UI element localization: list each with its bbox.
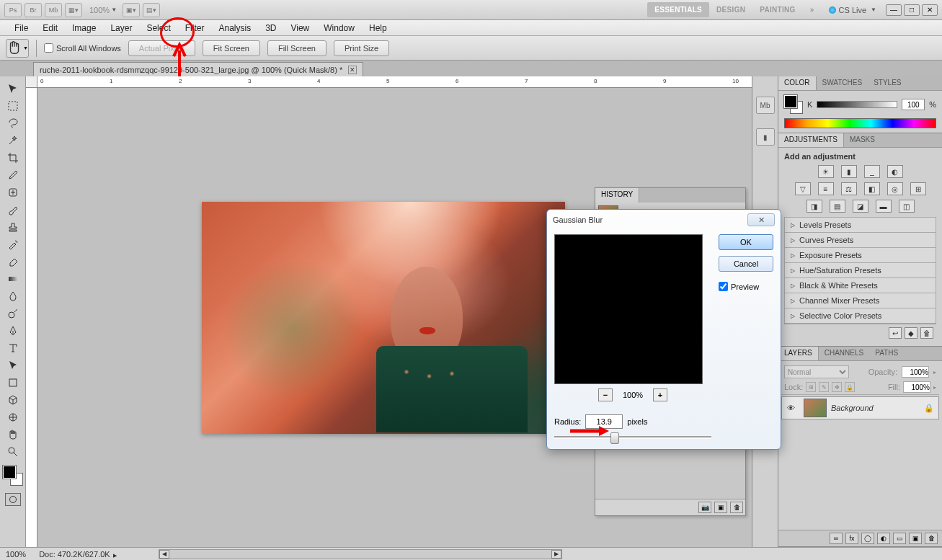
brightness-icon[interactable]: ☀ — [818, 165, 834, 178]
status-zoom[interactable]: 100% — [6, 550, 26, 559]
layer-thumbnail[interactable] — [804, 399, 827, 417]
preset-exposure[interactable]: ▷Exposure Presets — [784, 248, 936, 263]
menu-help[interactable]: Help — [362, 20, 394, 36]
cancel-button[interactable]: Cancel — [719, 256, 773, 272]
blur-tool-icon[interactable] — [4, 288, 22, 304]
preset-mixer[interactable]: ▷Channel Mixer Presets — [784, 293, 936, 308]
menu-edit[interactable]: Edit — [35, 20, 65, 36]
scroll-right-icon[interactable]: ▶ — [551, 550, 561, 559]
new-layer-icon[interactable]: ▣ — [909, 533, 922, 544]
menu-view[interactable]: View — [283, 20, 316, 36]
history-brush-icon[interactable] — [4, 236, 22, 252]
selective-icon[interactable]: ◫ — [899, 200, 915, 213]
hand-nav-icon[interactable] — [4, 427, 22, 443]
balance-icon[interactable]: ⚖ — [841, 182, 857, 195]
chevron-down-icon[interactable]: ▼ — [111, 6, 117, 13]
exposure-icon[interactable]: ◐ — [887, 165, 903, 178]
preset-selective[interactable]: ▷Selective Color Presets — [784, 308, 936, 324]
workspace-painting[interactable]: PAINTING — [752, 2, 802, 17]
scroll-all-checkbox[interactable]: Scroll All Windows — [44, 43, 121, 53]
radius-input[interactable] — [585, 414, 623, 429]
k-value-input[interactable] — [902, 99, 925, 110]
workspace-more-icon[interactable]: » — [803, 2, 822, 17]
threshold-icon[interactable]: ◪ — [853, 200, 868, 213]
close-tab-icon[interactable]: ✕ — [348, 66, 357, 74]
scroll-left-icon[interactable]: ◀ — [159, 550, 169, 559]
tab-styles[interactable]: STYLES — [868, 76, 907, 90]
bw-icon[interactable]: ◧ — [864, 182, 880, 195]
opacity-input[interactable] — [902, 366, 929, 378]
fit-screen-button[interactable]: Fit Screen — [203, 40, 260, 56]
hist-new-icon[interactable]: ▣ — [714, 502, 727, 513]
workspace-essentials[interactable]: ESSENTIALS — [647, 2, 709, 17]
eyedropper-tool-icon[interactable] — [4, 167, 22, 183]
path-select-icon[interactable] — [4, 357, 22, 373]
shape-tool-icon[interactable] — [4, 375, 22, 391]
ps-logo-icon[interactable]: Ps — [4, 3, 22, 17]
vibrance-icon[interactable]: ▽ — [795, 182, 811, 195]
color-swatches[interactable] — [3, 466, 23, 486]
preset-hue[interactable]: ▷Hue/Saturation Presets — [784, 263, 936, 278]
minibridge-icon[interactable]: Mb — [45, 3, 62, 17]
blend-mode-select[interactable]: Normal — [784, 365, 849, 378]
adjust-trash-icon[interactable]: 🗑 — [920, 327, 933, 339]
zoom-out-button[interactable]: − — [598, 388, 613, 401]
lock-all-icon[interactable]: 🔒 — [845, 382, 855, 392]
tab-layers[interactable]: LAYERS — [778, 347, 819, 360]
adjust-clip-icon[interactable]: ◆ — [905, 327, 917, 339]
gaussian-blur-dialog[interactable]: Gaussian Blur ✕ − 100% + Radius: pixels … — [546, 209, 781, 450]
dialog-close-icon[interactable]: ✕ — [747, 213, 775, 226]
photo-filter-icon[interactable]: ◎ — [887, 182, 903, 195]
status-doc[interactable]: Doc: 470.2K/627.0K — [39, 550, 110, 559]
ruler-origin[interactable] — [26, 76, 37, 88]
arrange-docs-icon[interactable]: ▤▾ — [143, 3, 160, 17]
preview-checkbox[interactable]: Preview — [719, 282, 773, 291]
menu-layer[interactable]: Layer — [103, 20, 139, 36]
tab-channels[interactable]: CHANNELS — [819, 347, 869, 360]
invert-icon[interactable]: ◨ — [807, 200, 822, 213]
trash-icon[interactable]: 🗑 — [925, 533, 938, 544]
bridge-icon[interactable]: Br — [25, 3, 42, 17]
radius-slider[interactable] — [554, 436, 711, 439]
preset-curves[interactable]: ▷Curves Presets — [784, 233, 936, 248]
tab-swatches[interactable]: SWATCHES — [817, 76, 868, 90]
menu-window[interactable]: Window — [316, 20, 362, 36]
stamp-tool-icon[interactable] — [4, 219, 22, 235]
3d-tool-icon[interactable] — [4, 392, 22, 408]
tab-masks[interactable]: MASKS — [844, 133, 881, 147]
tab-adjustments[interactable]: ADJUSTMENTS — [778, 133, 844, 147]
preset-bw[interactable]: ▷Black & White Presets — [784, 278, 936, 293]
preset-levels[interactable]: ▷Levels Presets — [784, 218, 936, 233]
ruler-vertical[interactable] — [26, 88, 37, 547]
cslive-button[interactable]: CS Live▼ — [829, 6, 876, 14]
visibility-icon[interactable]: 👁 — [782, 404, 799, 412]
gradmap-icon[interactable]: ▬ — [876, 200, 892, 213]
crop-tool-icon[interactable] — [4, 150, 22, 166]
lock-paint-icon[interactable]: ✎ — [819, 382, 829, 392]
pen-tool-icon[interactable] — [4, 323, 22, 339]
lock-pos-icon[interactable]: ✥ — [832, 382, 842, 392]
brush-tool-icon[interactable] — [4, 202, 22, 218]
marquee-tool-icon[interactable] — [4, 98, 22, 114]
hist-trash-icon[interactable]: 🗑 — [730, 502, 743, 513]
adjust-return-icon[interactable]: ↩ — [889, 327, 902, 339]
k-slider[interactable] — [817, 101, 897, 108]
workspace-design[interactable]: DESIGN — [709, 2, 752, 17]
print-size-button[interactable]: Print Size — [334, 40, 389, 56]
wand-tool-icon[interactable] — [4, 133, 22, 148]
menu-image[interactable]: Image — [65, 20, 103, 36]
3d-camera-icon[interactable] — [4, 409, 22, 425]
minibridge-panel-icon[interactable]: Mb — [756, 97, 775, 114]
dialog-titlebar[interactable]: Gaussian Blur ✕ — [547, 210, 781, 230]
hand-tool-icon[interactable]: ▼ — [6, 39, 29, 58]
group-icon[interactable]: ▭ — [893, 533, 906, 544]
mask-icon[interactable]: ◯ — [861, 533, 874, 544]
adjust-layer-icon[interactable]: ◐ — [877, 533, 890, 544]
eraser-tool-icon[interactable] — [4, 254, 22, 270]
zoom-tool-icon[interactable] — [4, 444, 22, 460]
menu-filter[interactable]: Filter — [178, 20, 212, 36]
horizontal-scrollbar[interactable]: ◀ ▶ — [159, 549, 562, 559]
tab-color[interactable]: COLOR — [778, 76, 817, 90]
posterize-icon[interactable]: ▤ — [830, 200, 845, 213]
close-button[interactable]: ✕ — [922, 4, 938, 16]
